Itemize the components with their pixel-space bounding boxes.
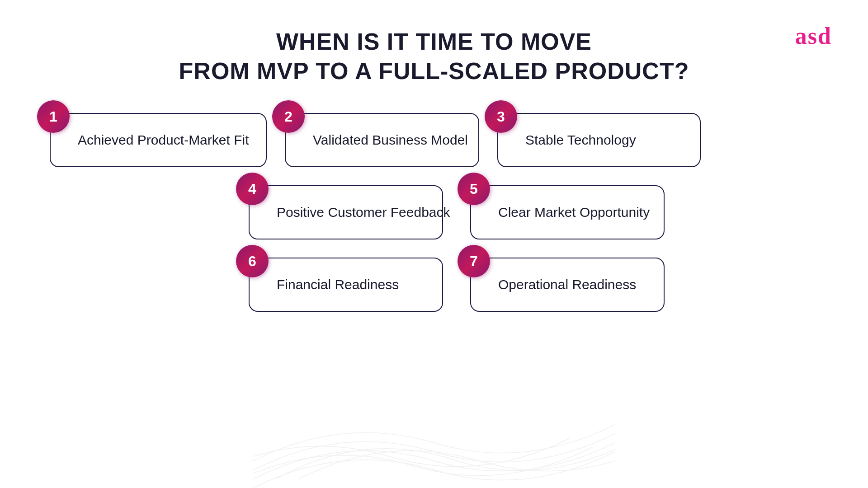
title-section: WHEN IS IT TIME TO MOVE FROM MVP TO A FU… [179, 27, 689, 86]
card-5: Clear Market Opportunity [470, 185, 665, 239]
title-line2: FROM MVP TO A FULL-SCALED PRODUCT? [179, 56, 689, 86]
card-wrapper-1: 1 Achieved Product-Market Fit [50, 113, 267, 167]
card-wrapper-6: 6 Financial Readiness [249, 258, 443, 312]
card-label-6: Financial Readiness [277, 277, 399, 292]
card-label-5: Clear Market Opportunity [498, 205, 650, 220]
card-3: Stable Technology [497, 113, 701, 167]
title-line1: WHEN IS IT TIME TO MOVE [179, 27, 689, 56]
badge-5: 5 [458, 173, 490, 205]
card-label-7: Operational Readiness [498, 277, 636, 292]
card-7: Operational Readiness [470, 258, 665, 312]
badge-3: 3 [485, 100, 517, 133]
card-wrapper-7: 7 Operational Readiness [470, 258, 665, 312]
badge-7: 7 [458, 245, 490, 277]
badge-6: 6 [236, 245, 269, 277]
cards-area: 1 Achieved Product-Market Fit 2 Validate… [50, 113, 818, 330]
card-4: Positive Customer Feedback [249, 185, 443, 239]
card-1: Achieved Product-Market Fit [50, 113, 267, 167]
background-decoration [253, 398, 615, 488]
card-wrapper-5: 5 Clear Market Opportunity [470, 185, 665, 239]
badge-2: 2 [272, 100, 305, 133]
card-6: Financial Readiness [249, 258, 443, 312]
card-label-3: Stable Technology [525, 132, 636, 148]
row-2: 4 Positive Customer Feedback 5 Clear Mar… [50, 185, 818, 239]
main-title: WHEN IS IT TIME TO MOVE FROM MVP TO A FU… [179, 27, 689, 86]
card-label-2: Validated Business Model [313, 132, 468, 148]
badge-1: 1 [37, 100, 70, 133]
card-wrapper-2: 2 Validated Business Model [285, 113, 479, 167]
row-1: 1 Achieved Product-Market Fit 2 Validate… [50, 113, 818, 167]
badge-4: 4 [236, 173, 269, 205]
logo: asd [795, 23, 832, 49]
card-wrapper-4: 4 Positive Customer Feedback [249, 185, 443, 239]
page-container: asd WHEN IS IT TIME TO MOVE FROM MVP TO … [0, 0, 868, 488]
card-wrapper-3: 3 Stable Technology [497, 113, 701, 167]
card-label-1: Achieved Product-Market Fit [78, 132, 249, 148]
card-2: Validated Business Model [285, 113, 479, 167]
row-3: 6 Financial Readiness 7 Operational Read… [50, 258, 818, 312]
card-label-4: Positive Customer Feedback [277, 205, 450, 220]
